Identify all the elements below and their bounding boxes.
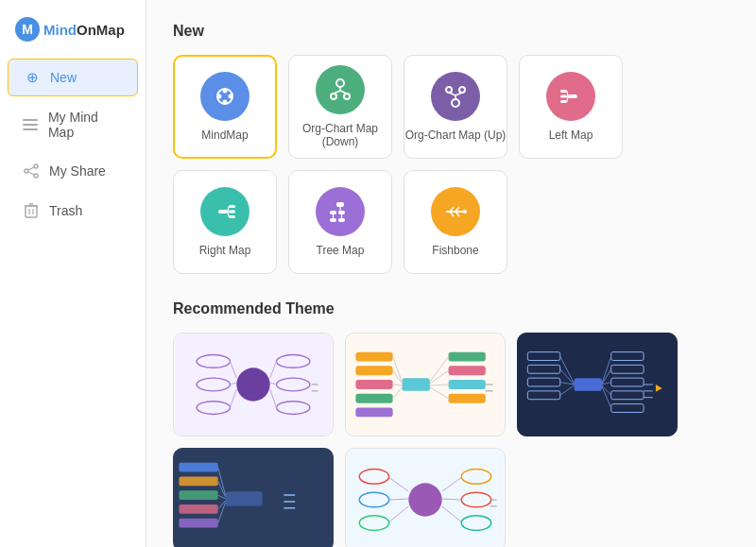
svg-line-6 (28, 167, 34, 170)
map-card-fishbone[interactable]: Fishbone (404, 170, 507, 274)
main-content: New MindMap Org-Chart Map (Down) Org-Cha… (146, 0, 756, 547)
svg-point-14 (223, 89, 228, 94)
logo: M MindOnMap (0, 9, 146, 57)
theme-grid (173, 333, 730, 547)
svg-point-5 (25, 169, 28, 173)
mindmap-card-label: MindMap (201, 128, 248, 142)
new-icon: ⊕ (24, 69, 41, 86)
svg-rect-46 (338, 211, 345, 214)
svg-rect-96 (574, 378, 601, 391)
mindmap-card-icon (200, 72, 249, 121)
map-card-org-up[interactable]: Org-Chart Map (Up) (404, 55, 507, 159)
svg-rect-37 (218, 210, 228, 214)
svg-rect-8 (26, 206, 37, 217)
svg-point-17 (229, 94, 233, 99)
sidebar: M MindOnMap ⊕ New My Mind Map My Share T… (0, 0, 146, 547)
svg-point-4 (34, 174, 38, 178)
svg-rect-122 (179, 476, 217, 486)
svg-rect-44 (336, 202, 344, 207)
sidebar-item-new-label: New (50, 70, 77, 85)
svg-rect-48 (338, 218, 345, 222)
logo-text: MindOnMap (43, 22, 125, 38)
svg-point-25 (459, 87, 465, 93)
org-down-card-label: Org-Chart Map (Down) (289, 122, 391, 148)
svg-rect-33 (560, 100, 567, 103)
map-type-grid: MindMap Org-Chart Map (Down) Org-Chart M… (173, 55, 730, 274)
svg-rect-0 (23, 119, 38, 121)
svg-point-19 (331, 94, 336, 99)
map-card-right-map[interactable]: Right Map (173, 170, 277, 274)
svg-line-23 (340, 91, 347, 94)
recommended-section-title: Recommended Theme (173, 300, 730, 317)
theme-card-4[interactable] (173, 448, 334, 547)
svg-rect-47 (330, 218, 336, 222)
sidebar-item-mindmap[interactable]: My Mind Map (8, 100, 138, 149)
svg-rect-82 (449, 366, 486, 375)
svg-point-20 (344, 94, 350, 99)
svg-rect-2 (23, 128, 38, 130)
svg-rect-83 (449, 380, 486, 389)
fishbone-card-label: Fishbone (432, 244, 478, 257)
left-map-card-icon (546, 72, 595, 121)
svg-line-28 (449, 93, 455, 95)
tree-map-card-label: Tree Map (317, 244, 365, 257)
right-map-card-label: Right Map (199, 244, 251, 257)
svg-rect-125 (179, 519, 217, 528)
sidebar-item-trash[interactable]: Trash (8, 193, 138, 229)
svg-line-41 (228, 207, 229, 213)
svg-point-57 (463, 210, 467, 214)
trash-icon (23, 202, 40, 219)
svg-rect-45 (330, 211, 336, 214)
svg-rect-77 (355, 366, 392, 375)
svg-line-36 (567, 96, 568, 102)
svg-rect-75 (402, 378, 429, 391)
svg-line-29 (455, 93, 462, 95)
theme-card-1[interactable] (173, 333, 334, 436)
svg-rect-40 (229, 215, 235, 218)
svg-rect-39 (229, 211, 235, 214)
left-map-card-label: Left Map (549, 128, 593, 142)
map-card-org-down[interactable]: Org-Chart Map (Down) (288, 55, 392, 159)
mindmap-icon (23, 116, 39, 133)
map-card-tree-map[interactable]: Tree Map (288, 170, 392, 274)
map-card-left-map[interactable]: Left Map (519, 55, 623, 159)
sidebar-item-mindmap-label: My Mind Map (48, 110, 123, 140)
sidebar-item-trash-label: Trash (49, 203, 82, 218)
svg-point-135 (408, 483, 441, 516)
svg-point-18 (336, 79, 344, 87)
svg-line-34 (567, 92, 568, 97)
org-down-card-icon (316, 65, 365, 114)
logo-icon: M (15, 17, 40, 42)
svg-rect-120 (226, 491, 263, 506)
org-up-card-label: Org-Chart Map (Up) (405, 128, 507, 142)
svg-point-16 (217, 94, 222, 99)
svg-rect-32 (560, 95, 567, 98)
svg-point-59 (236, 368, 269, 401)
right-map-card-icon (200, 187, 249, 236)
svg-point-15 (223, 100, 228, 105)
svg-rect-76 (355, 352, 392, 362)
sidebar-item-share-label: My Share (49, 163, 106, 179)
tree-map-card-icon (316, 187, 365, 236)
svg-point-26 (452, 99, 459, 107)
org-up-card-icon (431, 72, 480, 121)
fishbone-card-icon (431, 187, 480, 236)
svg-rect-30 (568, 94, 577, 98)
sidebar-item-share[interactable]: My Share (8, 153, 138, 189)
new-section-title: New (173, 23, 730, 40)
svg-line-43 (228, 212, 229, 217)
theme-card-5[interactable] (345, 448, 506, 547)
svg-point-24 (446, 87, 452, 93)
svg-rect-124 (179, 504, 217, 514)
svg-rect-78 (355, 380, 392, 389)
theme-card-3[interactable] (517, 333, 678, 436)
map-card-mindmap[interactable]: MindMap (173, 55, 277, 159)
svg-rect-121 (179, 463, 217, 472)
svg-rect-79 (355, 394, 392, 403)
svg-rect-38 (229, 205, 235, 208)
sidebar-item-new[interactable]: ⊕ New (8, 59, 138, 96)
svg-rect-80 (355, 408, 392, 418)
svg-point-3 (34, 164, 38, 168)
theme-card-2[interactable] (345, 333, 506, 436)
svg-line-7 (28, 172, 34, 175)
